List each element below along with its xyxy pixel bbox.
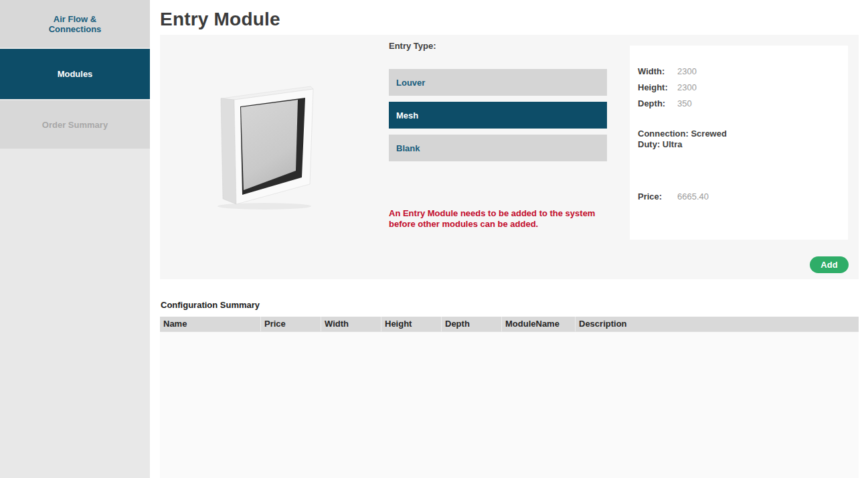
sidebar-item-label: Modules: [58, 69, 93, 79]
sidebar-item-modules[interactable]: Modules: [0, 49, 150, 99]
warning-message: An Entry Module needs to be added to the…: [389, 208, 616, 230]
add-button[interactable]: Add: [810, 256, 849, 273]
column-header-width: Width: [321, 317, 381, 331]
column-header-price: Price: [261, 317, 321, 331]
connection-duty-block: Connection: Screwed Duty: Ultra: [638, 129, 840, 150]
height-label: Height:: [638, 82, 677, 92]
depth-label: Depth:: [638, 98, 677, 108]
column-header-name: Name: [160, 317, 261, 331]
price-value: 6665.40: [677, 191, 709, 202]
column-header-modulename: ModuleName: [502, 317, 576, 331]
product-preview-image: [211, 80, 325, 211]
module-config-panel: Entry Type: Louver Mesh Blank An Entry M…: [160, 35, 859, 279]
entry-type-option-mesh[interactable]: Mesh: [389, 102, 607, 129]
column-header-depth: Depth: [442, 317, 502, 331]
duty-value: Duty: Ultra: [638, 139, 840, 150]
width-label: Width:: [638, 66, 677, 76]
spec-row-price: Price: 6665.40: [638, 191, 840, 202]
sidebar-item-label: Order Summary: [42, 120, 108, 130]
entry-type-option-blank[interactable]: Blank: [389, 135, 607, 161]
spec-row-height: Height: 2300: [638, 79, 840, 95]
sidebar-item-label: Air Flow & Connections: [37, 14, 113, 34]
spec-row-depth: Depth: 350: [638, 95, 840, 111]
height-value: 2300: [677, 82, 697, 92]
specs-card: Width: 2300 Height: 2300 Depth: 350 Conn…: [630, 46, 848, 240]
configuration-summary-title: Configuration Summary: [161, 300, 260, 310]
sidebar-item-order-summary[interactable]: Order Summary: [0, 100, 150, 149]
width-value: 2300: [677, 66, 697, 76]
price-label: Price:: [638, 191, 677, 202]
option-label: Louver: [396, 78, 425, 88]
table-header-row: Name Price Width Height Depth ModuleName…: [160, 317, 859, 332]
option-label: Blank: [396, 143, 420, 153]
column-header-description: Description: [576, 317, 859, 331]
connection-value: Connection: Screwed: [638, 129, 840, 139]
depth-value: 350: [677, 98, 692, 108]
option-label: Mesh: [396, 110, 418, 121]
page-title: Entry Module: [160, 9, 280, 30]
entry-type-option-louver[interactable]: Louver: [389, 69, 607, 96]
sidebar: Air Flow & Connections Modules Order Sum…: [0, 0, 150, 478]
configuration-summary-table: Name Price Width Height Depth ModuleName…: [160, 317, 859, 478]
entry-type-label: Entry Type:: [389, 41, 436, 51]
sidebar-item-airflow-connections[interactable]: Air Flow & Connections: [0, 0, 150, 48]
column-header-height: Height: [381, 317, 442, 331]
spec-row-width: Width: 2300: [638, 63, 840, 79]
